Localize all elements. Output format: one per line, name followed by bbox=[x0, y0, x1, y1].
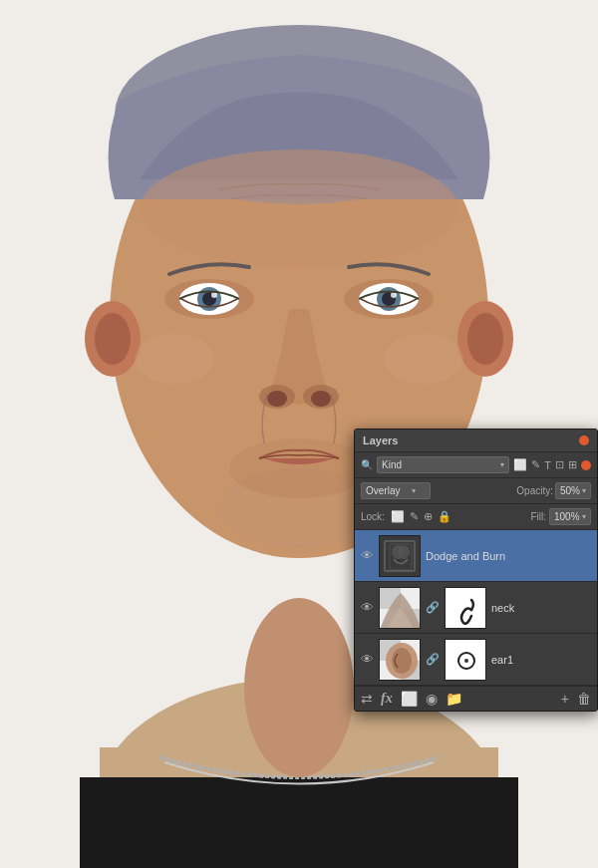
opacity-group: Opacity: 50% ▾ bbox=[516, 482, 591, 499]
layers-panel-close-dot[interactable] bbox=[579, 435, 589, 445]
svg-rect-31 bbox=[380, 536, 421, 577]
lock-all-icon[interactable]: 🔒 bbox=[438, 510, 451, 523]
svg-point-12 bbox=[140, 149, 458, 269]
svg-point-32 bbox=[392, 545, 404, 559]
layers-title-bar: Layers bbox=[355, 430, 597, 452]
layers-panel: Layers 🔍 Kind ▾ ⬜ ✎ T ⊡ ⊞ Overlay ▾ Opac… bbox=[354, 429, 598, 712]
layer-mask-ear1 bbox=[445, 639, 486, 681]
lock-pixels-icon[interactable]: ⬜ bbox=[391, 510, 405, 523]
visibility-icon-ear1[interactable]: 👁 bbox=[361, 652, 374, 667]
lock-icons: ⬜ ✎ ⊕ 🔒 bbox=[391, 510, 451, 523]
lock-row: Lock: ⬜ ✎ ⊕ 🔒 Fill: 100% ▾ bbox=[355, 504, 597, 530]
svg-point-9 bbox=[95, 313, 131, 365]
svg-point-5 bbox=[244, 598, 354, 777]
kind-dropdown[interactable]: Kind ▾ bbox=[377, 456, 509, 473]
svg-point-25 bbox=[267, 391, 287, 407]
layers-bottom-toolbar: ⇄ fx ⬜ ◉ 📁 + 🗑 bbox=[355, 686, 597, 711]
new-group-icon[interactable]: 📁 bbox=[446, 691, 462, 707]
visibility-icon-dodge-burn[interactable]: 👁 bbox=[361, 548, 374, 563]
chevron-down-icon: ▾ bbox=[500, 460, 504, 469]
blend-chevron-icon: ▾ bbox=[412, 486, 416, 495]
link-layers-icon[interactable]: ⇄ bbox=[361, 691, 373, 707]
lock-paint-icon[interactable]: ✎ bbox=[410, 510, 419, 523]
layer-thumb-neck bbox=[379, 587, 421, 629]
fx-icon[interactable]: fx bbox=[381, 691, 393, 707]
layers-panel-title: Layers bbox=[363, 434, 398, 446]
opacity-value-field[interactable]: 50% ▾ bbox=[555, 482, 591, 499]
svg-rect-4 bbox=[80, 777, 518, 868]
layer-mask-neck bbox=[445, 587, 486, 629]
filter-adjustment-icon[interactable]: ✎ bbox=[531, 458, 540, 471]
layer-row-dodge-burn[interactable]: 👁 Dodge and Burn bbox=[355, 530, 597, 582]
blend-opacity-row: Overlay ▾ Opacity: 50% ▾ bbox=[355, 478, 597, 504]
add-mask-icon[interactable]: ⬜ bbox=[401, 691, 418, 707]
fill-value-field[interactable]: 100% ▾ bbox=[549, 508, 591, 525]
opacity-chevron-icon: ▾ bbox=[582, 486, 586, 495]
filter-smart-icon[interactable]: ⊞ bbox=[568, 458, 577, 471]
svg-point-10 bbox=[467, 313, 503, 365]
svg-point-48 bbox=[464, 659, 468, 663]
layer-thumb-ear1 bbox=[379, 639, 421, 681]
fill-chevron-icon: ▾ bbox=[582, 512, 586, 521]
filter-type-icon[interactable]: T bbox=[544, 459, 551, 471]
adjustment-layer-icon[interactable]: ◉ bbox=[426, 691, 438, 707]
blend-mode-dropdown[interactable]: Overlay ▾ bbox=[361, 482, 431, 499]
layer-row-neck[interactable]: 👁 🔗 neck bbox=[355, 582, 597, 634]
new-layer-icon[interactable]: + bbox=[561, 691, 569, 707]
svg-point-28 bbox=[135, 334, 214, 384]
svg-point-29 bbox=[384, 334, 463, 384]
svg-point-30 bbox=[229, 438, 369, 498]
svg-rect-34 bbox=[390, 544, 412, 570]
svg-point-26 bbox=[311, 391, 331, 407]
layer-row-ear1[interactable]: 👁 🔗 ear1 bbox=[355, 634, 597, 686]
layer-thumb-dodge-burn bbox=[379, 535, 421, 577]
filter-pixel-icon[interactable]: ⬜ bbox=[513, 458, 527, 471]
search-icon: 🔍 bbox=[361, 459, 373, 470]
filter-row: 🔍 Kind ▾ ⬜ ✎ T ⊡ ⊞ bbox=[355, 452, 597, 478]
delete-layer-icon[interactable]: 🗑 bbox=[577, 691, 591, 707]
filter-icons: ⬜ ✎ T ⊡ ⊞ bbox=[513, 458, 591, 471]
svg-point-33 bbox=[398, 545, 410, 559]
filter-shape-icon[interactable]: ⊡ bbox=[555, 458, 564, 471]
link-icon-ear1: 🔗 bbox=[426, 653, 440, 666]
lock-move-icon[interactable]: ⊕ bbox=[424, 510, 433, 523]
link-icon-neck: 🔗 bbox=[426, 601, 440, 614]
filter-active-dot bbox=[581, 460, 591, 470]
visibility-icon-neck[interactable]: 👁 bbox=[361, 600, 374, 615]
fill-group: Fill: 100% ▾ bbox=[530, 508, 591, 525]
